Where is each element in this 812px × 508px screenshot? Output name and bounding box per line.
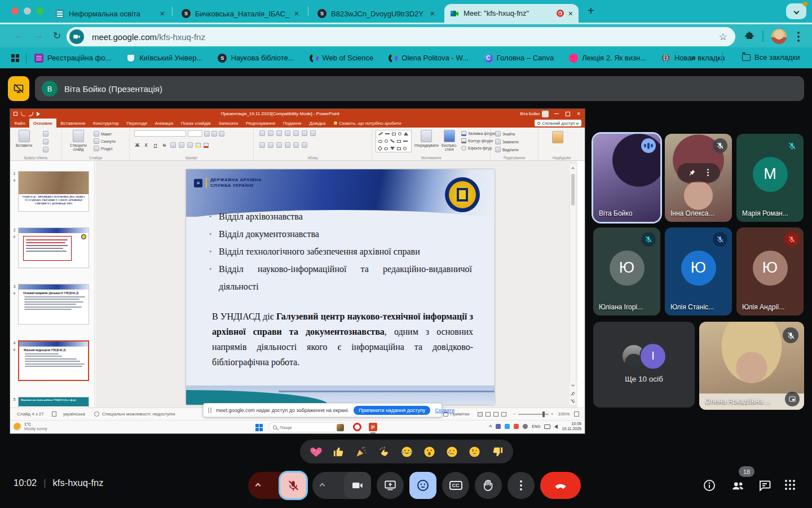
align-right-icon[interactable] — [276, 142, 282, 148]
font-size-box[interactable] — [188, 130, 202, 137]
next-slide-icon[interactable] — [570, 397, 576, 405]
format-painter-icon[interactable] — [43, 147, 48, 152]
participant-tile-olena[interactable]: Олена Аркадіївна ... — [699, 322, 804, 410]
participant-tile-maria[interactable]: М Марія Роман... — [736, 134, 804, 222]
speaker-icon[interactable] — [554, 424, 558, 429]
copy-icon[interactable] — [43, 139, 48, 144]
bookmark-star-icon[interactable]: ☆ — [719, 31, 727, 43]
tab-close-icon[interactable]: × — [160, 9, 165, 18]
grow-font-icon[interactable] — [204, 131, 210, 137]
bookmarks-overflow-icon[interactable]: » — [691, 52, 695, 62]
tab-record[interactable]: Записати — [214, 119, 242, 128]
tab-b823[interactable]: S B823wJCn_DvoygU9tr3D2Y × — [312, 5, 440, 23]
apps-grid-icon[interactable] — [11, 54, 19, 62]
zoom-level[interactable]: 100% — [558, 411, 570, 417]
bookmark-registration-form[interactable]: Реєстраційна фо... — [34, 54, 111, 63]
scroll-down-icon[interactable] — [570, 382, 576, 389]
mic-options-chevron[interactable] — [255, 483, 261, 488]
onedrive-tray-icon[interactable] — [505, 424, 510, 429]
highlight-color-icon[interactable] — [196, 143, 201, 148]
bold-button[interactable]: Ж — [134, 143, 140, 148]
cut-icon[interactable] — [43, 131, 48, 137]
spellcheck-icon[interactable] — [52, 411, 56, 417]
stop-sharing-button[interactable]: Припинити надання доступу — [354, 406, 430, 415]
all-bookmarks-button[interactable]: Все закладки — [742, 53, 800, 62]
reaction-joy-button[interactable] — [400, 445, 413, 458]
tab-home[interactable]: Основне — [29, 119, 57, 128]
tab-close-icon[interactable]: × — [294, 9, 299, 18]
zoom-out-button[interactable]: − — [513, 411, 516, 417]
meeting-details-button[interactable] — [703, 479, 716, 492]
increase-indent-icon[interactable] — [285, 130, 290, 136]
raise-hand-button[interactable] — [475, 472, 502, 499]
camera-permission-icon[interactable] — [69, 29, 84, 44]
windows-start-icon[interactable] — [255, 424, 263, 431]
slide-thumbnail-1[interactable]: УНДІАСД – ПРОВІДНА НАУКОВО-ДОСЛІДНА УСТА… — [18, 171, 89, 212]
normal-view-icon[interactable] — [478, 412, 483, 417]
tab-design[interactable]: Конструктор — [89, 119, 123, 128]
align-text-icon[interactable] — [310, 130, 316, 136]
font-name-box[interactable] — [134, 130, 186, 137]
end-call-button[interactable] — [540, 472, 581, 499]
select-button[interactable]: Виділити — [495, 147, 519, 152]
slide-sorter-view-icon[interactable] — [486, 412, 491, 417]
layout-button[interactable]: Макет — [94, 131, 116, 137]
zoom-window-button[interactable] — [36, 7, 43, 15]
reload-icon[interactable]: ↻ — [53, 30, 61, 42]
tell-me-box[interactable]: Скажіть, що потрібно зробити — [339, 119, 405, 128]
quick-access-toolbar[interactable] — [14, 112, 40, 116]
align-center-icon[interactable] — [268, 142, 273, 148]
profile-avatar[interactable] — [771, 29, 787, 44]
redo-icon[interactable] — [29, 112, 33, 116]
undo-icon[interactable] — [21, 112, 25, 116]
captions-button[interactable]: CC — [442, 472, 469, 499]
stop-presenting-button[interactable] — [8, 76, 29, 101]
participant-tile-yulia-a[interactable]: Ю Юлія Андрії... — [736, 227, 804, 316]
strikethrough-button[interactable]: S — [161, 143, 167, 148]
browser-menu-icon[interactable] — [797, 32, 800, 42]
text-shadow-icon[interactable] — [170, 142, 176, 148]
forward-icon[interactable]: → — [34, 30, 43, 41]
drag-handle-icon[interactable] — [208, 408, 211, 413]
powerpoint-taskbar-icon[interactable]: P — [369, 423, 377, 431]
align-left-icon[interactable] — [259, 142, 265, 148]
clear-format-icon[interactable] — [219, 131, 224, 137]
tray-icon[interactable] — [523, 424, 528, 429]
bookmark-lecture-2[interactable]: Лекція 2. Як визн... — [569, 54, 646, 63]
ppt-minimize-icon[interactable] — [554, 113, 559, 115]
tab-neformalna-osvita[interactable]: Неформальна освіта × — [50, 5, 170, 23]
new-slide-button[interactable]: Створити слайд — [65, 130, 91, 151]
text-direction-icon[interactable] — [302, 130, 307, 136]
paste-button[interactable]: Вставити — [16, 130, 32, 147]
presenter-banner[interactable]: В Віта Бойко (Презентація) — [35, 76, 804, 101]
taskbar-clock[interactable]: 10:05 19.11.2025 — [562, 422, 581, 431]
scrollbar-thumb[interactable] — [571, 174, 575, 205]
quick-styles-button[interactable]: Експрес-стилі — [439, 130, 460, 151]
underline-button[interactable]: П — [152, 143, 158, 148]
tab-animations[interactable]: Анімація — [151, 119, 177, 128]
bookmark-web-of-science[interactable]: Web of Science — [310, 54, 374, 63]
reaction-sad-button[interactable] — [445, 445, 459, 458]
clipboard-small-buttons[interactable] — [43, 131, 48, 152]
font-color-icon[interactable] — [204, 143, 209, 148]
participant-tile-yulia-s[interactable]: Ю Юлія Станіс... — [665, 227, 732, 316]
participant-tile-inna[interactable]: Інна Олекса... — [665, 134, 732, 222]
share-button[interactable]: Спільний доступ — [535, 120, 581, 126]
justify-icon[interactable] — [285, 142, 290, 148]
pip-button[interactable] — [785, 392, 800, 406]
close-window-button[interactable] — [11, 7, 19, 15]
slide-scrollbar[interactable] — [570, 163, 576, 406]
touch-keyboard-icon[interactable] — [544, 424, 550, 429]
reactions-button[interactable] — [409, 472, 436, 499]
keyboard-language[interactable]: ENG — [532, 424, 540, 428]
find-button[interactable]: Знайти — [495, 131, 519, 137]
line-spacing-icon[interactable] — [293, 130, 299, 136]
addins-button[interactable] — [552, 131, 563, 143]
hide-notice-link[interactable]: Сховати — [435, 408, 454, 413]
scroll-up-icon[interactable] — [570, 164, 576, 172]
url-bar[interactable]: meet.google.com/kfs-hxuq-fnz ☆ — [67, 27, 735, 46]
tab-review[interactable]: Рецензування — [242, 119, 279, 128]
bullets-icon[interactable] — [259, 130, 265, 136]
extensions-puzzle-icon[interactable] — [744, 31, 754, 41]
zoom-slider[interactable] — [518, 414, 549, 415]
